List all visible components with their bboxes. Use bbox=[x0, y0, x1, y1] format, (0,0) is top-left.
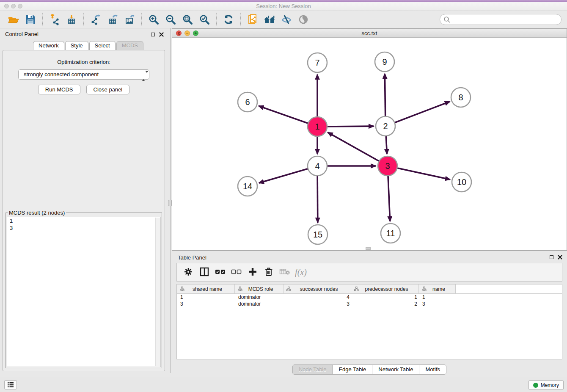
table-cell[interactable]: 3 bbox=[419, 301, 456, 307]
network-window-titlebar[interactable]: x – + scc.txt bbox=[172, 29, 567, 38]
new-network-from-selection-button[interactable] bbox=[244, 13, 261, 26]
update-view-button[interactable] bbox=[220, 13, 237, 26]
table-panel-float-button[interactable] bbox=[548, 254, 554, 260]
graph-node-6[interactable]: 6 bbox=[238, 92, 257, 112]
search-icon bbox=[443, 16, 451, 25]
show-all-button[interactable] bbox=[295, 13, 312, 26]
svg-text:14: 14 bbox=[243, 182, 252, 191]
mcds-result-node: 3 bbox=[7, 224, 160, 232]
table-row[interactable]: 3dominator323 bbox=[177, 301, 562, 307]
table-cell[interactable]: dominator bbox=[235, 301, 284, 307]
zoom-in-icon bbox=[148, 14, 160, 25]
toolbar-group bbox=[2, 13, 42, 26]
graph-node-2[interactable]: 2 bbox=[376, 116, 395, 136]
table-cell[interactable]: 1 bbox=[351, 294, 419, 301]
graph-node-1[interactable]: 1 bbox=[308, 117, 327, 136]
zoom-selected-region-icon bbox=[199, 14, 210, 25]
graph-node-8[interactable]: 8 bbox=[451, 88, 471, 107]
graph-node-10[interactable]: 10 bbox=[452, 172, 471, 192]
tab-edge-table[interactable]: Edge Table bbox=[332, 364, 372, 375]
search-box[interactable] bbox=[440, 14, 561, 25]
column-header-MCDS-role[interactable]: MCDS role bbox=[235, 284, 284, 293]
column-header-predecessor-nodes[interactable]: predecessor nodes bbox=[351, 284, 419, 293]
result-scrollbar[interactable] bbox=[155, 218, 160, 366]
delete-table-button bbox=[277, 265, 293, 280]
create-column-icon bbox=[248, 267, 257, 278]
export-table-button[interactable] bbox=[104, 13, 121, 26]
column-header-successor-nodes[interactable]: successor nodes bbox=[284, 284, 351, 293]
first-neighbors-icon bbox=[263, 14, 276, 25]
graph-node-3[interactable]: 3 bbox=[378, 156, 397, 176]
zoom-fit-content-button[interactable] bbox=[179, 13, 196, 26]
save-session-button[interactable] bbox=[22, 13, 39, 26]
tab-network[interactable]: Network bbox=[33, 41, 64, 50]
splitter-grip[interactable] bbox=[168, 200, 172, 206]
tab-style[interactable]: Style bbox=[65, 41, 88, 50]
table-row[interactable]: 1dominator411 bbox=[177, 294, 562, 301]
memory-button[interactable]: Memory bbox=[528, 380, 564, 390]
run-mcds-button[interactable]: Run MCDS bbox=[38, 85, 80, 94]
graph-node-11[interactable]: 11 bbox=[381, 224, 400, 243]
control-panel-float-button[interactable] bbox=[150, 31, 156, 37]
network-canvas[interactable]: 1234678910111415 bbox=[172, 38, 567, 250]
hide-selected-button[interactable] bbox=[278, 13, 295, 26]
svg-text:10: 10 bbox=[457, 177, 466, 187]
first-neighbors-button[interactable] bbox=[261, 13, 278, 26]
graph-node-15[interactable]: 15 bbox=[308, 225, 328, 244]
toolbar-group bbox=[141, 13, 216, 26]
list-icon bbox=[7, 382, 14, 388]
zoom-out-button[interactable] bbox=[162, 13, 179, 26]
table-cell[interactable]: 3 bbox=[284, 301, 351, 307]
mcds-result-box: MCDS result (2 nodes) 13 bbox=[6, 210, 162, 368]
update-view-icon bbox=[223, 14, 234, 25]
import-network-button[interactable] bbox=[46, 13, 63, 26]
edge-2-8[interactable] bbox=[385, 102, 450, 126]
tab-mcds[interactable]: MCDS bbox=[116, 41, 143, 50]
optimization-criterion-value: strongly connected component bbox=[24, 71, 99, 77]
tab-select[interactable]: Select bbox=[89, 41, 116, 50]
canvas-resize-grip[interactable] bbox=[366, 247, 371, 250]
column-chooser-button[interactable] bbox=[196, 265, 212, 280]
task-history-button[interactable] bbox=[4, 380, 17, 389]
table-cell[interactable]: 1 bbox=[177, 294, 235, 301]
control-panel-close-button[interactable] bbox=[158, 31, 164, 37]
graph-node-7[interactable]: 7 bbox=[308, 53, 327, 72]
tab-motifs[interactable]: Motifs bbox=[419, 364, 446, 375]
column-header-name[interactable]: name bbox=[419, 284, 456, 293]
graph-node-9[interactable]: 9 bbox=[375, 52, 394, 72]
table-panel-close-button[interactable] bbox=[557, 254, 563, 260]
open-session-button[interactable] bbox=[5, 13, 22, 26]
graph-node-4[interactable]: 4 bbox=[308, 156, 327, 176]
dropdown-arrows-icon bbox=[142, 72, 146, 81]
panel-splitter[interactable] bbox=[168, 28, 172, 373]
select-all-rows-button[interactable] bbox=[212, 265, 228, 280]
main-toolbar bbox=[0, 11, 567, 28]
deselect-all-rows-button[interactable] bbox=[228, 265, 245, 280]
table-cell[interactable]: 1 bbox=[419, 294, 456, 301]
column-header-shared-name[interactable]: shared name bbox=[177, 284, 235, 293]
table-cell[interactable]: 2 bbox=[351, 301, 419, 307]
mcds-result-list[interactable]: 13 bbox=[7, 217, 161, 367]
zoom-fit-content-icon bbox=[182, 14, 193, 25]
export-image-button[interactable] bbox=[121, 13, 138, 26]
table-mode-gear-button[interactable] bbox=[180, 265, 196, 280]
graph-node-14[interactable]: 14 bbox=[238, 177, 257, 196]
delete-columns-button[interactable] bbox=[261, 265, 277, 280]
tab-node-table[interactable]: Node Table bbox=[292, 364, 333, 375]
table-cell[interactable]: 4 bbox=[284, 294, 351, 301]
export-network-button[interactable] bbox=[87, 13, 104, 26]
toolbar-group bbox=[83, 13, 141, 26]
toolbar-group bbox=[216, 13, 240, 26]
create-column-button[interactable] bbox=[245, 265, 261, 280]
zoom-selected-region-button[interactable] bbox=[196, 13, 213, 26]
close-panel-button[interactable]: Close panel bbox=[86, 85, 130, 94]
zoom-in-button[interactable] bbox=[145, 13, 162, 26]
search-input[interactable] bbox=[453, 15, 558, 24]
import-table-button[interactable] bbox=[63, 13, 80, 26]
optimization-criterion-select[interactable]: strongly connected component bbox=[18, 69, 149, 80]
edge-3-1[interactable] bbox=[328, 133, 388, 166]
table-cell[interactable]: 3 bbox=[177, 301, 235, 307]
import-table-icon bbox=[66, 14, 77, 25]
tab-network-table[interactable]: Network Table bbox=[372, 364, 419, 375]
table-cell[interactable]: dominator bbox=[235, 294, 284, 301]
